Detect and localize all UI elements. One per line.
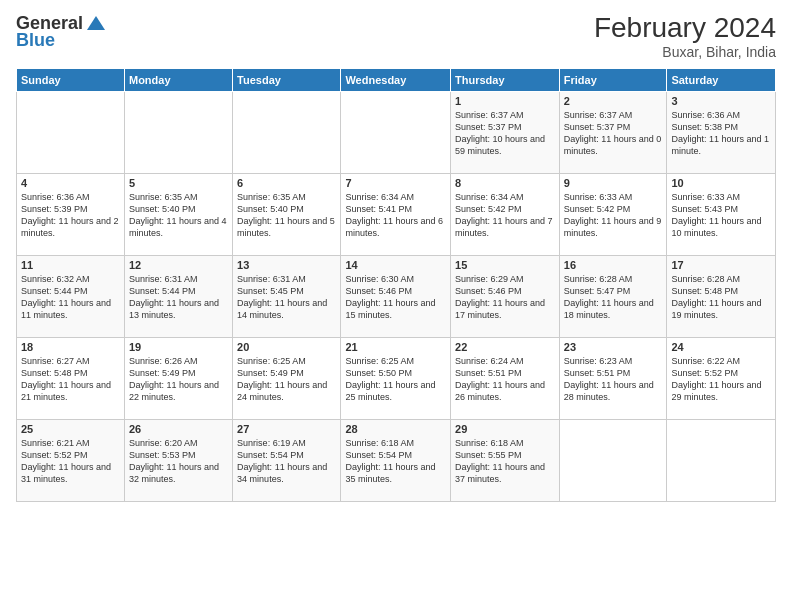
logo: General Blue: [16, 12, 107, 51]
day-number: 16: [564, 259, 663, 271]
day-number: 29: [455, 423, 555, 435]
calendar-cell: 27Sunrise: 6:19 AM Sunset: 5:54 PM Dayli…: [233, 420, 341, 502]
day-number: 11: [21, 259, 120, 271]
calendar-cell: 5Sunrise: 6:35 AM Sunset: 5:40 PM Daylig…: [124, 174, 232, 256]
calendar-cell: [233, 92, 341, 174]
day-number: 13: [237, 259, 336, 271]
day-info: Sunrise: 6:26 AM Sunset: 5:49 PM Dayligh…: [129, 355, 228, 404]
day-number: 20: [237, 341, 336, 353]
day-number: 7: [345, 177, 446, 189]
calendar-cell: 26Sunrise: 6:20 AM Sunset: 5:53 PM Dayli…: [124, 420, 232, 502]
day-info: Sunrise: 6:21 AM Sunset: 5:52 PM Dayligh…: [21, 437, 120, 486]
calendar-cell: 18Sunrise: 6:27 AM Sunset: 5:48 PM Dayli…: [17, 338, 125, 420]
day-header-saturday: Saturday: [667, 69, 776, 92]
calendar-cell: [667, 420, 776, 502]
day-number: 24: [671, 341, 771, 353]
day-header-sunday: Sunday: [17, 69, 125, 92]
day-number: 14: [345, 259, 446, 271]
calendar-table: SundayMondayTuesdayWednesdayThursdayFrid…: [16, 68, 776, 502]
day-number: 5: [129, 177, 228, 189]
calendar-cell: 22Sunrise: 6:24 AM Sunset: 5:51 PM Dayli…: [451, 338, 560, 420]
calendar-week-2: 4Sunrise: 6:36 AM Sunset: 5:39 PM Daylig…: [17, 174, 776, 256]
day-info: Sunrise: 6:29 AM Sunset: 5:46 PM Dayligh…: [455, 273, 555, 322]
calendar-cell: 16Sunrise: 6:28 AM Sunset: 5:47 PM Dayli…: [559, 256, 667, 338]
day-info: Sunrise: 6:34 AM Sunset: 5:42 PM Dayligh…: [455, 191, 555, 240]
day-number: 12: [129, 259, 228, 271]
day-number: 27: [237, 423, 336, 435]
day-info: Sunrise: 6:22 AM Sunset: 5:52 PM Dayligh…: [671, 355, 771, 404]
day-info: Sunrise: 6:36 AM Sunset: 5:38 PM Dayligh…: [671, 109, 771, 158]
day-info: Sunrise: 6:18 AM Sunset: 5:55 PM Dayligh…: [455, 437, 555, 486]
day-header-friday: Friday: [559, 69, 667, 92]
day-info: Sunrise: 6:31 AM Sunset: 5:44 PM Dayligh…: [129, 273, 228, 322]
day-info: Sunrise: 6:19 AM Sunset: 5:54 PM Dayligh…: [237, 437, 336, 486]
calendar-cell: 4Sunrise: 6:36 AM Sunset: 5:39 PM Daylig…: [17, 174, 125, 256]
day-number: 25: [21, 423, 120, 435]
calendar-cell: [17, 92, 125, 174]
calendar-cell: 29Sunrise: 6:18 AM Sunset: 5:55 PM Dayli…: [451, 420, 560, 502]
day-number: 9: [564, 177, 663, 189]
calendar-cell: 17Sunrise: 6:28 AM Sunset: 5:48 PM Dayli…: [667, 256, 776, 338]
day-info: Sunrise: 6:35 AM Sunset: 5:40 PM Dayligh…: [237, 191, 336, 240]
calendar-header-row: SundayMondayTuesdayWednesdayThursdayFrid…: [17, 69, 776, 92]
calendar-cell: 8Sunrise: 6:34 AM Sunset: 5:42 PM Daylig…: [451, 174, 560, 256]
day-number: 15: [455, 259, 555, 271]
day-info: Sunrise: 6:30 AM Sunset: 5:46 PM Dayligh…: [345, 273, 446, 322]
day-number: 26: [129, 423, 228, 435]
calendar-cell: 13Sunrise: 6:31 AM Sunset: 5:45 PM Dayli…: [233, 256, 341, 338]
calendar-cell: 23Sunrise: 6:23 AM Sunset: 5:51 PM Dayli…: [559, 338, 667, 420]
day-info: Sunrise: 6:18 AM Sunset: 5:54 PM Dayligh…: [345, 437, 446, 486]
day-header-monday: Monday: [124, 69, 232, 92]
day-number: 19: [129, 341, 228, 353]
title-section: February 2024 Buxar, Bihar, India: [594, 12, 776, 60]
calendar-cell: 28Sunrise: 6:18 AM Sunset: 5:54 PM Dayli…: [341, 420, 451, 502]
svg-marker-0: [87, 16, 105, 30]
day-info: Sunrise: 6:28 AM Sunset: 5:48 PM Dayligh…: [671, 273, 771, 322]
day-number: 4: [21, 177, 120, 189]
day-header-tuesday: Tuesday: [233, 69, 341, 92]
calendar-week-1: 1Sunrise: 6:37 AM Sunset: 5:37 PM Daylig…: [17, 92, 776, 174]
day-number: 2: [564, 95, 663, 107]
day-number: 6: [237, 177, 336, 189]
day-info: Sunrise: 6:28 AM Sunset: 5:47 PM Dayligh…: [564, 273, 663, 322]
calendar-cell: 20Sunrise: 6:25 AM Sunset: 5:49 PM Dayli…: [233, 338, 341, 420]
calendar-cell: 24Sunrise: 6:22 AM Sunset: 5:52 PM Dayli…: [667, 338, 776, 420]
day-info: Sunrise: 6:27 AM Sunset: 5:48 PM Dayligh…: [21, 355, 120, 404]
day-info: Sunrise: 6:33 AM Sunset: 5:43 PM Dayligh…: [671, 191, 771, 240]
day-number: 21: [345, 341, 446, 353]
day-info: Sunrise: 6:23 AM Sunset: 5:51 PM Dayligh…: [564, 355, 663, 404]
day-info: Sunrise: 6:20 AM Sunset: 5:53 PM Dayligh…: [129, 437, 228, 486]
logo-icon: [85, 12, 107, 34]
day-info: Sunrise: 6:25 AM Sunset: 5:49 PM Dayligh…: [237, 355, 336, 404]
calendar-cell: 9Sunrise: 6:33 AM Sunset: 5:42 PM Daylig…: [559, 174, 667, 256]
location-subtitle: Buxar, Bihar, India: [594, 44, 776, 60]
calendar-cell: [341, 92, 451, 174]
calendar-cell: 2Sunrise: 6:37 AM Sunset: 5:37 PM Daylig…: [559, 92, 667, 174]
day-number: 23: [564, 341, 663, 353]
calendar-cell: 6Sunrise: 6:35 AM Sunset: 5:40 PM Daylig…: [233, 174, 341, 256]
calendar-cell: 21Sunrise: 6:25 AM Sunset: 5:50 PM Dayli…: [341, 338, 451, 420]
day-info: Sunrise: 6:24 AM Sunset: 5:51 PM Dayligh…: [455, 355, 555, 404]
header: General Blue February 2024 Buxar, Bihar,…: [16, 12, 776, 60]
day-header-wednesday: Wednesday: [341, 69, 451, 92]
day-info: Sunrise: 6:37 AM Sunset: 5:37 PM Dayligh…: [564, 109, 663, 158]
calendar-cell: 3Sunrise: 6:36 AM Sunset: 5:38 PM Daylig…: [667, 92, 776, 174]
calendar-cell: 25Sunrise: 6:21 AM Sunset: 5:52 PM Dayli…: [17, 420, 125, 502]
calendar-week-4: 18Sunrise: 6:27 AM Sunset: 5:48 PM Dayli…: [17, 338, 776, 420]
calendar-week-3: 11Sunrise: 6:32 AM Sunset: 5:44 PM Dayli…: [17, 256, 776, 338]
calendar-cell: [559, 420, 667, 502]
calendar-cell: 15Sunrise: 6:29 AM Sunset: 5:46 PM Dayli…: [451, 256, 560, 338]
calendar-cell: 1Sunrise: 6:37 AM Sunset: 5:37 PM Daylig…: [451, 92, 560, 174]
calendar-week-5: 25Sunrise: 6:21 AM Sunset: 5:52 PM Dayli…: [17, 420, 776, 502]
day-number: 18: [21, 341, 120, 353]
day-info: Sunrise: 6:31 AM Sunset: 5:45 PM Dayligh…: [237, 273, 336, 322]
day-info: Sunrise: 6:37 AM Sunset: 5:37 PM Dayligh…: [455, 109, 555, 158]
day-number: 22: [455, 341, 555, 353]
calendar-cell: 11Sunrise: 6:32 AM Sunset: 5:44 PM Dayli…: [17, 256, 125, 338]
calendar-cell: 12Sunrise: 6:31 AM Sunset: 5:44 PM Dayli…: [124, 256, 232, 338]
day-info: Sunrise: 6:32 AM Sunset: 5:44 PM Dayligh…: [21, 273, 120, 322]
day-number: 8: [455, 177, 555, 189]
calendar-cell: 10Sunrise: 6:33 AM Sunset: 5:43 PM Dayli…: [667, 174, 776, 256]
calendar-cell: 19Sunrise: 6:26 AM Sunset: 5:49 PM Dayli…: [124, 338, 232, 420]
day-number: 3: [671, 95, 771, 107]
